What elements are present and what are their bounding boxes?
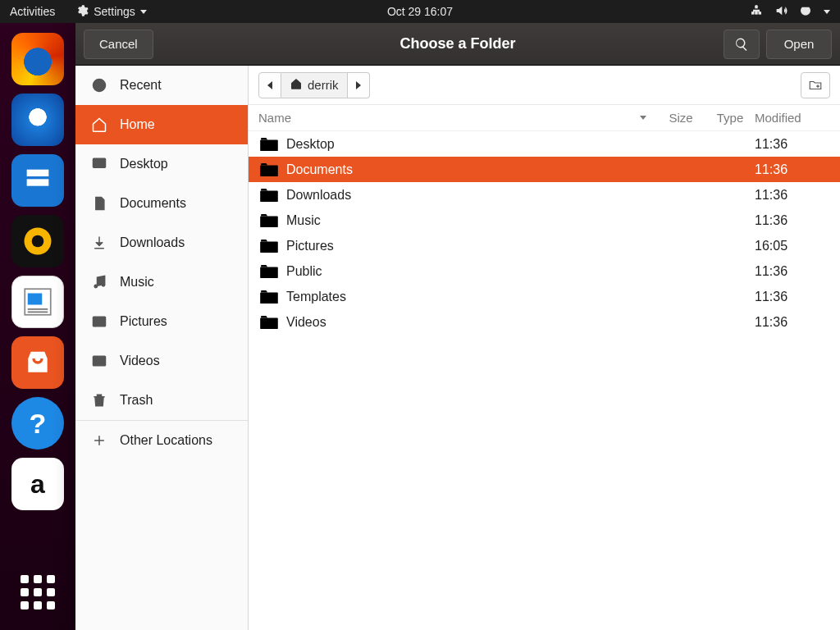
file-row[interactable]: Desktop11:36 xyxy=(249,131,840,157)
folder-icon xyxy=(258,137,280,152)
file-pane: derrik Name Size Type Modified xyxy=(249,66,840,630)
dock-files[interactable] xyxy=(11,154,64,207)
chevron-down-icon[interactable] xyxy=(824,10,830,14)
file-row[interactable]: Videos11:36 xyxy=(249,309,840,335)
folder-icon xyxy=(258,162,280,177)
dock-thunderbird[interactable] xyxy=(11,94,64,146)
sidebar-item-label: Trash xyxy=(120,393,153,408)
dock-writer[interactable] xyxy=(11,276,64,328)
folder-icon xyxy=(258,290,280,304)
folder-icon xyxy=(258,213,280,228)
svg-rect-13 xyxy=(94,158,106,167)
sidebar-item-desktop[interactable]: Desktop xyxy=(75,144,248,184)
sidebar-item-music[interactable]: Music xyxy=(75,262,248,302)
svg-point-14 xyxy=(94,285,97,287)
path-segment-label: derrik xyxy=(308,78,339,92)
file-list: Desktop11:36Documents11:36Downloads11:36… xyxy=(249,131,840,630)
power-icon[interactable] xyxy=(799,4,812,20)
path-segment-home[interactable]: derrik xyxy=(281,72,348,98)
sidebar-item-label: Videos xyxy=(120,354,160,368)
pictures-icon xyxy=(90,313,108,331)
sidebar-item-label: Pictures xyxy=(120,314,167,329)
column-modified[interactable]: Modified xyxy=(755,111,830,125)
dock: ? a xyxy=(0,23,75,630)
file-name: Documents xyxy=(286,162,656,177)
downloads-icon xyxy=(90,234,108,252)
column-size[interactable]: Size xyxy=(656,111,705,125)
file-chooser-dialog: Cancel Choose a Folder Open Recent Home xyxy=(75,23,840,630)
svg-point-9 xyxy=(32,235,44,248)
search-button[interactable] xyxy=(724,30,760,59)
path-forward-button[interactable] xyxy=(348,72,370,98)
search-icon xyxy=(734,37,749,52)
volume-icon[interactable] xyxy=(774,4,788,20)
svg-rect-3 xyxy=(755,6,757,8)
app-menu-label: Settings xyxy=(94,5,135,18)
file-modified: 11:36 xyxy=(755,188,830,203)
documents-icon xyxy=(90,194,108,212)
file-row[interactable]: Downloads11:36 xyxy=(249,182,840,208)
clock-icon xyxy=(90,76,108,94)
chevron-left-icon xyxy=(267,81,272,89)
file-row[interactable]: Templates11:36 xyxy=(249,284,840,309)
dialog-header: Cancel Choose a Folder Open xyxy=(75,23,840,66)
svg-point-15 xyxy=(102,284,104,286)
file-modified: 11:36 xyxy=(755,315,830,330)
dock-amazon[interactable]: a xyxy=(11,458,64,510)
svg-rect-11 xyxy=(28,294,43,305)
cancel-button[interactable]: Cancel xyxy=(84,30,153,59)
top-panel: Activities Settings Oct 29 16:07 xyxy=(0,0,840,23)
gear-icon xyxy=(75,4,89,20)
column-headers[interactable]: Name Size Type Modified xyxy=(249,105,840,131)
activities-button[interactable]: Activities xyxy=(10,5,55,18)
file-name: Pictures xyxy=(286,239,656,253)
file-name: Public xyxy=(286,264,656,279)
column-name[interactable]: Name xyxy=(258,111,291,125)
sidebar-item-home[interactable]: Home xyxy=(75,105,248,144)
file-name: Desktop xyxy=(286,137,656,152)
dock-apps-grid[interactable] xyxy=(11,566,64,619)
sidebar-item-other-locations[interactable]: Other Locations xyxy=(75,420,248,459)
sidebar-item-trash[interactable]: Trash xyxy=(75,381,248,420)
sidebar-item-label: Recent xyxy=(120,78,162,93)
sidebar-item-documents[interactable]: Documents xyxy=(75,184,248,223)
open-button[interactable]: Open xyxy=(766,30,832,59)
sidebar-item-videos[interactable]: Videos xyxy=(75,341,248,381)
file-modified: 16:05 xyxy=(755,239,830,253)
column-type[interactable]: Type xyxy=(705,111,755,125)
plus-icon xyxy=(90,431,108,450)
file-row[interactable]: Documents11:36 xyxy=(249,157,840,182)
svg-point-17 xyxy=(96,319,98,322)
file-modified: 11:36 xyxy=(755,137,830,152)
sidebar-item-label: Documents xyxy=(120,196,186,211)
dock-firefox[interactable] xyxy=(11,33,64,85)
file-modified: 11:36 xyxy=(755,264,830,279)
file-row[interactable]: Music11:36 xyxy=(249,208,840,233)
svg-rect-0 xyxy=(751,11,754,14)
new-folder-button[interactable] xyxy=(801,72,830,98)
music-icon xyxy=(90,273,108,291)
sidebar-item-label: Other Locations xyxy=(120,433,212,448)
places-sidebar: Recent Home Desktop Documents xyxy=(75,66,249,630)
app-menu[interactable]: Settings xyxy=(75,4,147,20)
file-row[interactable]: Pictures16:05 xyxy=(249,233,840,258)
sidebar-item-pictures[interactable]: Pictures xyxy=(75,302,248,341)
network-icon[interactable] xyxy=(750,4,763,20)
clock[interactable]: Oct 29 16:07 xyxy=(387,5,453,18)
file-name: Music xyxy=(286,213,656,228)
path-back-button[interactable] xyxy=(258,72,281,98)
dock-rhythmbox[interactable] xyxy=(11,215,64,267)
dock-software[interactable] xyxy=(11,336,64,389)
file-row[interactable]: Public11:36 xyxy=(249,258,840,284)
sort-indicator-icon xyxy=(640,116,646,120)
svg-point-7 xyxy=(30,181,32,184)
sidebar-item-downloads[interactable]: Downloads xyxy=(75,223,248,262)
folder-icon xyxy=(258,188,280,203)
desktop-icon xyxy=(90,155,108,173)
svg-rect-18 xyxy=(94,356,106,366)
dock-help[interactable]: ? xyxy=(11,397,64,450)
sidebar-item-recent[interactable]: Recent xyxy=(75,66,248,105)
sidebar-item-label: Home xyxy=(120,117,155,132)
dialog-title: Choose a Folder xyxy=(399,35,515,52)
file-modified: 11:36 xyxy=(755,162,830,177)
